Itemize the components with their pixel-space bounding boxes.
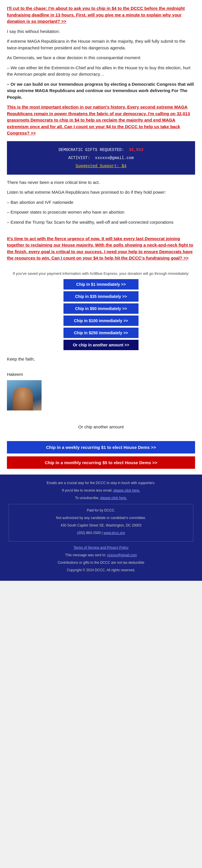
footer-unsubscribe-link[interactable]: please click here. [100, 496, 127, 500]
info-box-value1: 32,013 [129, 148, 143, 152]
list3: – Extend the Trump Tax Scam for the weal… [7, 219, 195, 226]
chip-amount-section: Or chip another amount [0, 416, 202, 430]
header-link[interactable]: I'll cut to the chase: I'm about to ask … [7, 6, 185, 24]
footer-line2: If you'd like to receive less email, ple… [9, 488, 193, 493]
para5-bold: – Or we can build on our tremendous prog… [7, 82, 194, 100]
actblue-note: If you've saved your payment information… [0, 271, 202, 277]
list1: – Ban abortion and IVF nationwide [7, 199, 195, 206]
footer-terms-link[interactable]: Terms of Service and Privacy Policy [74, 546, 129, 550]
btn-chip-100[interactable]: Chip in $100 immediately >> [64, 315, 138, 326]
footer-line1: Emails are a crucial way for the DCCC to… [9, 480, 193, 486]
btn-monthly-recurring[interactable]: Chip in a monthly recurring $5 to elect … [7, 456, 195, 469]
buttons-section: If you've saved your payment information… [0, 271, 202, 350]
btn-chip-50[interactable]: Chip in $50 immediately >> [64, 303, 138, 314]
para7: There has never been a more critical tim… [7, 179, 195, 186]
footer-terms: Terms of Service and Privacy Policy [9, 545, 193, 550]
para1: I say this without hesitation: [7, 28, 195, 35]
para6-red[interactable]: This is the most important election in o… [7, 104, 190, 135]
email-wrapper: I'll cut to the chase: I'm about to ask … [0, 0, 202, 581]
para8: Listen to what extreme MAGA Republicans … [7, 189, 195, 196]
closing2: Hakeem [7, 371, 195, 378]
info-box-activist: xxxxxx@gmail.com [95, 156, 134, 160]
main-content: I'll cut to the chase: I'm about to ask … [0, 0, 202, 268]
footer-copyright: Copyright © 2024 DCCC. All rights reserv… [9, 567, 193, 573]
footer-line3: To unsubscribe, please click here. [9, 495, 193, 500]
info-box-suggested: Suggested Support: $4 [76, 164, 126, 168]
btn-chip-35[interactable]: Chip in $35 immediately >> [64, 291, 138, 302]
info-box-label1: DEMOCRATIC GIFTS REQUESTED: [59, 148, 124, 152]
footer-box-line4: (202) 863-1500 | www.dccc.org [13, 530, 189, 535]
hakeem-photo [7, 380, 41, 410]
info-box-line3: Suggested Support: $4 [13, 162, 189, 170]
footer-less-email-link[interactable]: please click here. [113, 488, 140, 492]
btn-chip-1[interactable]: Chip in $1 immediately >> [64, 279, 138, 289]
footer-box-line1: Paid for by DCCC. [13, 508, 189, 513]
para9-red[interactable]: It's time to act with the fierce urgency… [7, 236, 193, 261]
info-box-label2: ACTIVIST: [68, 156, 90, 160]
info-box: DEMOCRATIC GIFTS REQUESTED: 32,013 ACTIV… [7, 141, 195, 175]
signature-section: Keep the faith, Hakeem [0, 353, 202, 416]
closing1: Keep the faith, [7, 356, 195, 363]
btn-chip-other[interactable]: Or chip in another amount >> [64, 340, 138, 350]
footer-box: Paid for by DCCC. Not authorized by any … [9, 504, 193, 541]
footer-tax: Contributions or gifts to the DCCC are n… [9, 560, 193, 565]
footer-sent-email[interactable]: xxxxxx@gmail.com [107, 553, 137, 557]
info-box-line2: ACTIVIST: xxxxxx@gmail.com [13, 154, 189, 162]
footer-sent-to: This message was sent to: xxxxxx@gmail.c… [9, 553, 193, 558]
footer-box-line3: 430 South Capitol Street SE, Washington,… [13, 523, 189, 528]
or-chip-text: Or chip another amount [7, 424, 195, 430]
para4: – We can either let the Extremist-in-Chi… [7, 65, 195, 78]
footer-dccc-link[interactable]: www.dccc.org [104, 531, 125, 535]
recurring-section: Chip in a weekly recurring $1 to elect H… [0, 432, 202, 474]
footer-section: Emails are a crucial way for the DCCC to… [0, 474, 202, 581]
para3: As Democrats, we face a clear decision i… [7, 55, 195, 61]
list2: – Empower states to prosecute women who … [7, 209, 195, 216]
btn-chip-250[interactable]: Chip in $250 immediately >> [64, 328, 138, 338]
para2: If extreme MAGA Republicans in the House… [7, 38, 195, 51]
btn-weekly-recurring[interactable]: Chip in a weekly recurring $1 to elect H… [7, 441, 195, 454]
footer-box-line2: Not authorized by any candidate or candi… [13, 515, 189, 521]
info-box-line1: DEMOCRATIC GIFTS REQUESTED: 32,013 [13, 146, 189, 154]
